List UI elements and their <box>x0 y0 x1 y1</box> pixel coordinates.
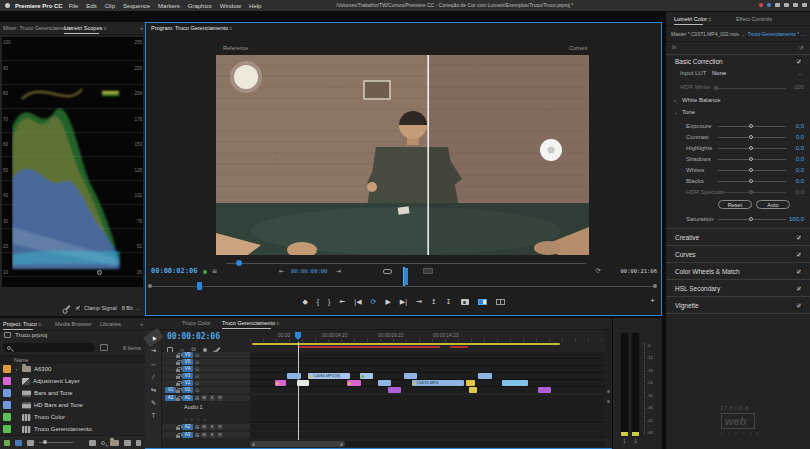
track-s-button[interactable]: S <box>209 395 215 401</box>
track-target-badge[interactable]: V2 <box>182 380 193 386</box>
overflow-tabs-icon[interactable]: » <box>140 25 143 31</box>
timeline-clip[interactable] <box>360 373 373 379</box>
track-target-badge[interactable]: A2 <box>182 424 193 430</box>
slider-track[interactable] <box>718 148 786 149</box>
timeline-clip[interactable] <box>275 380 286 386</box>
disclosure-icon[interactable]: ⌄ <box>674 109 678 115</box>
timeline-clip[interactable]: C0066.MP4 [V] <box>308 373 350 379</box>
go-next-edit-icon[interactable]: ⇥ <box>336 267 341 274</box>
reset-button[interactable]: Reset <box>718 200 752 209</box>
track-m-button[interactable]: M <box>201 432 207 438</box>
chevron-down-icon[interactable]: ⌄ <box>741 31 745 37</box>
track-output-toggle[interactable]: ⊙ <box>195 359 199 365</box>
slider-track[interactable] <box>718 137 786 138</box>
menu-file[interactable]: File <box>69 3 79 9</box>
slider-knob[interactable] <box>749 124 753 128</box>
scope-settings-wrench-icon[interactable] <box>64 305 70 311</box>
zoom-slider[interactable] <box>39 442 73 443</box>
slider-knob[interactable] <box>749 157 753 161</box>
play-button[interactable]: ▶ <box>385 297 390 307</box>
clock-icon[interactable] <box>802 3 807 7</box>
track-m-button[interactable]: M <box>201 424 207 430</box>
label-color-swatch[interactable] <box>3 389 11 397</box>
razor-tool[interactable]: ∕ <box>145 371 162 382</box>
source-patch-badge[interactable]: V1 <box>165 387 176 393</box>
track-output-toggle[interactable]: ⊙ <box>195 352 199 358</box>
extract-button[interactable]: ↧ <box>446 297 452 307</box>
timeline-clip[interactable] <box>297 380 309 386</box>
project-item[interactable]: Adjustment Layer <box>0 375 145 387</box>
monitor-playhead[interactable] <box>197 282 202 290</box>
saturation-value[interactable]: 100,0 <box>780 216 804 222</box>
track-target-badge[interactable]: V1 <box>182 387 193 393</box>
track-lock-icon[interactable] <box>176 362 180 365</box>
timeline-clip[interactable] <box>378 380 391 386</box>
new-bin-icon[interactable] <box>110 440 119 446</box>
monitor-scrub-bar[interactable] <box>152 286 656 287</box>
track-r-button[interactable]: R <box>217 424 223 430</box>
breadcrumb-label[interactable]: Truco.prproj <box>15 332 47 338</box>
menu-window[interactable]: Window <box>220 3 241 9</box>
track-lock-icon[interactable] <box>176 398 180 401</box>
slider-knob[interactable] <box>749 135 753 139</box>
tab-truco-color[interactable]: Truco Color <box>182 320 211 326</box>
timeline-clip[interactable] <box>478 373 492 379</box>
panel-menu-icon[interactable]: ≡ <box>709 16 712 22</box>
timeline-clip[interactable] <box>469 387 477 393</box>
label-color-swatch[interactable] <box>3 377 11 385</box>
vertical-scrollbar[interactable] <box>605 330 612 439</box>
app-name[interactable]: Premiere Pro CC <box>15 3 63 9</box>
label-color-swatch[interactable] <box>3 413 11 421</box>
lumetri-section-basic-correction[interactable]: Basic Correction <box>666 54 810 68</box>
step-back-button[interactable]: |◀ <box>354 297 361 307</box>
tab-lumetri-color[interactable]: Lumetri Color ≡ <box>674 16 711 22</box>
link-monitors-icon[interactable] <box>383 269 392 274</box>
lumetri-section-curves[interactable]: Curves <box>666 245 810 262</box>
track-target-badge[interactable]: V6 <box>182 352 193 358</box>
find-icon[interactable] <box>101 441 105 445</box>
label-color-swatch[interactable] <box>3 425 11 433</box>
track-m-button[interactable]: M <box>201 395 207 401</box>
horizontal-scrollbar[interactable] <box>250 441 605 447</box>
slider-value[interactable]: 0,0 <box>780 134 804 140</box>
track-lock-icon[interactable] <box>176 427 180 430</box>
menu-help[interactable]: Help <box>249 3 261 9</box>
type-tool[interactable]: T <box>145 410 162 421</box>
project-item[interactable]: ›A6300 <box>0 363 145 375</box>
slider-knob[interactable] <box>749 146 753 150</box>
slider-track[interactable] <box>718 219 786 220</box>
search-input[interactable] <box>3 343 95 352</box>
section-enable-checkbox[interactable] <box>795 251 802 258</box>
slider-value[interactable]: 0,0 <box>780 189 804 195</box>
loop-button[interactable]: ⟳ <box>371 297 377 307</box>
mark-in-button[interactable]: { <box>317 297 319 307</box>
track-target-badge[interactable]: A3 <box>182 432 193 438</box>
chevron-down-icon[interactable]: ⌄ <box>798 70 802 76</box>
slider-knob[interactable] <box>749 179 753 183</box>
step-forward-button[interactable]: ▶| <box>400 297 407 307</box>
timeline-tracks-area[interactable]: C0066.MP4 [V]C0071.MP4 <box>250 352 605 440</box>
slider-knob[interactable] <box>749 168 753 172</box>
slider-knob[interactable] <box>749 190 753 194</box>
spotlight-icon[interactable] <box>793 3 798 7</box>
panel-menu-icon[interactable]: ≡ <box>104 25 107 31</box>
export-frame-button[interactable] <box>461 299 469 305</box>
lumetri-section-color-wheels-match[interactable]: Color Wheels & Match <box>666 262 810 279</box>
comparison-slider-track[interactable] <box>226 263 586 264</box>
display-mode-icon[interactable] <box>423 268 433 274</box>
slider-track[interactable] <box>718 181 786 182</box>
tab-truco-gerenciamento[interactable]: Truco Gerenciamento ≡ <box>222 320 279 326</box>
program-video-frame[interactable] <box>216 55 589 255</box>
go-to-in-button[interactable]: ⇤ <box>339 297 345 307</box>
next-keyframe-icon[interactable]: › <box>204 416 206 422</box>
apple-menu-icon[interactable] <box>5 3 10 8</box>
lift-button[interactable]: ↥ <box>431 297 437 307</box>
track-target-badge[interactable]: V5 <box>182 359 193 365</box>
project-item[interactable]: Truco Gerenciamento <box>0 423 145 435</box>
add-marker-icon[interactable] <box>203 348 207 352</box>
prev-keyframe-icon[interactable]: ‹ <box>191 416 193 422</box>
bluetooth-icon[interactable] <box>767 3 771 7</box>
track-select-forward-tool[interactable]: ⇥ <box>145 345 162 356</box>
wifi-icon[interactable] <box>784 3 789 7</box>
time-ruler[interactable]: 00:0000:00:04:2300:00:09:2300:00:14:23 <box>250 332 605 342</box>
